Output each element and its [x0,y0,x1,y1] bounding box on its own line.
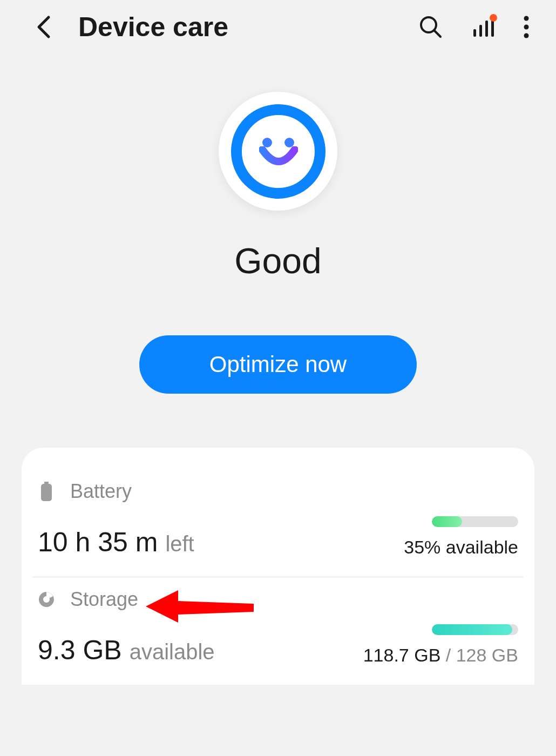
svg-rect-4 [485,21,488,37]
battery-progress-fill [432,516,462,527]
search-button[interactable] [419,15,443,39]
status-label: Good [234,240,321,281]
battery-availability: 35% available [404,537,518,558]
storage-usage: 118.7 GB / 128 GB [363,645,518,666]
smiley-face-icon [231,104,326,199]
svg-rect-2 [473,29,476,37]
signal-button[interactable] [472,16,494,38]
svg-point-6 [524,16,529,21]
back-button[interactable] [32,16,54,38]
chevron-left-icon [36,15,51,39]
page-title: Device care [78,11,419,43]
storage-label: Storage [70,588,138,611]
storage-total-value: 128 GB [456,645,518,665]
storage-available-value: 9.3 GB [38,634,122,666]
storage-card[interactable]: Storage 9.3 GB available 118.7 GB / 128 … [32,577,524,685]
battery-label: Battery [70,480,132,503]
svg-point-8 [524,33,529,38]
svg-rect-10 [41,484,52,501]
more-vertical-icon [524,15,529,39]
optimize-button[interactable]: Optimize now [139,335,417,394]
app-header: Device care [0,0,556,54]
storage-progress-fill [432,624,512,635]
header-actions [419,15,529,39]
status-indicator [219,92,337,211]
storage-used-value: 118.7 GB [363,645,441,665]
svg-point-7 [524,25,529,30]
battery-icon [38,483,55,500]
svg-point-11 [43,596,50,603]
metrics-panel: Battery 10 h 35 m left 35% available [22,448,534,685]
storage-separator: / [440,645,456,665]
notification-dot-icon [490,14,497,22]
svg-rect-3 [479,25,482,37]
battery-time-remaining: 10 h 35 m left [38,526,194,558]
search-icon [419,15,443,39]
more-options-button[interactable] [524,15,529,39]
svg-line-1 [435,31,440,37]
status-section: Good Optimize now [0,54,556,394]
storage-progress-bar [432,624,518,635]
battery-card[interactable]: Battery 10 h 35 m left 35% available [32,469,524,577]
battery-time-suffix: left [165,532,194,556]
battery-progress-bar [432,516,518,527]
storage-icon [38,591,55,608]
storage-available-suffix: available [130,640,215,664]
storage-available: 9.3 GB available [38,634,215,666]
battery-time-value: 10 h 35 m [38,526,158,558]
svg-rect-9 [44,482,49,484]
